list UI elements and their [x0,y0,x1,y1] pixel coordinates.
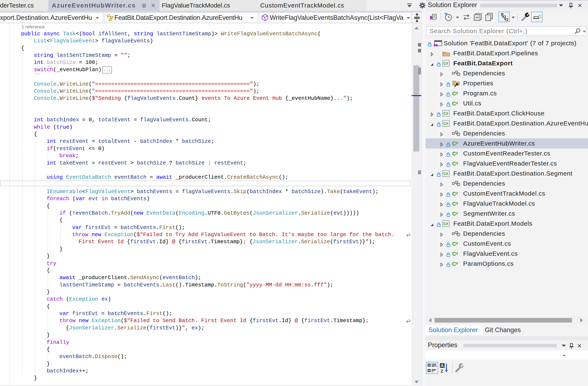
svg-text:C#: C# [443,222,448,226]
svg-text:#: # [456,201,458,205]
svg-text:#: # [456,91,458,95]
svg-text:C: C [452,211,456,217]
svg-text:#: # [456,191,458,195]
svg-text:#: # [456,101,458,105]
svg-text:#: # [456,241,458,245]
svg-text:#: # [456,141,458,145]
svg-text:C: C [452,91,456,97]
svg-text:#: # [456,261,458,265]
svg-text:C: C [452,201,456,207]
svg-text:#: # [456,151,458,155]
svg-text:#: # [456,161,458,165]
svg-text:C#: C# [443,122,448,126]
svg-text:A: A [441,363,444,368]
svg-text:C: C [452,101,456,106]
svg-text:C: C [452,251,456,257]
svg-text:C#: C# [443,172,448,176]
svg-text:C#: C# [443,61,448,65]
svg-text:C#: C# [443,111,448,116]
svg-text:C: C [452,161,456,167]
svg-text:#: # [456,211,458,215]
svg-text:C: C [452,141,456,146]
svg-text:C: C [452,261,456,267]
svg-text:C: C [452,191,456,197]
svg-text:C: C [452,241,456,247]
svg-text:C: C [452,151,456,157]
svg-text:#: # [456,251,458,256]
svg-text:Z: Z [441,369,443,373]
